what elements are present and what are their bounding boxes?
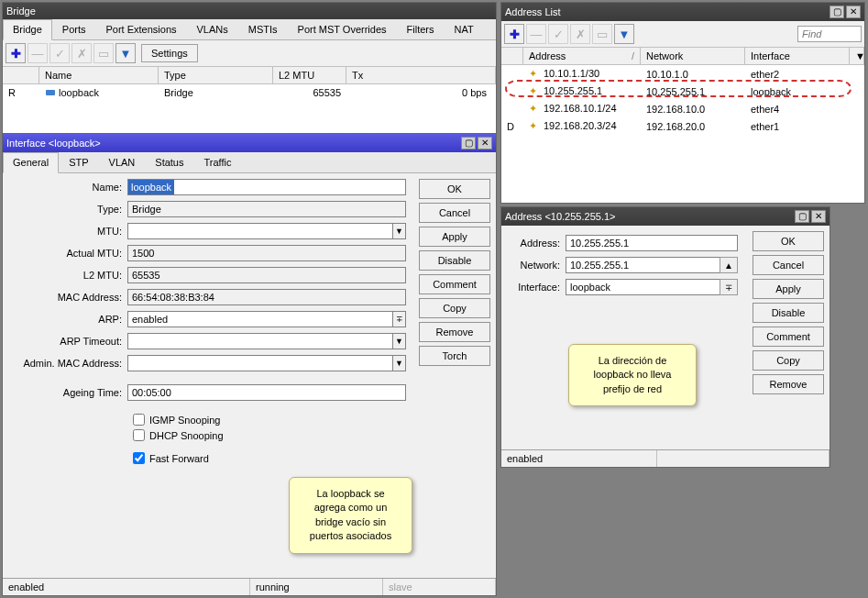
tab-port-extensions[interactable]: Port Extensions: [95, 19, 186, 39]
tag-icon: ✦: [529, 120, 544, 132]
tab-nat[interactable]: NAT: [445, 19, 484, 39]
col-flag[interactable]: [501, 48, 523, 64]
label-l2mtu: L2 MTU:: [10, 270, 127, 281]
tab-port-mst[interactable]: Port MST Overrides: [288, 19, 397, 39]
interface-title: Interface <loopback>: [6, 138, 461, 149]
dhcp-checkbox[interactable]: [133, 429, 145, 441]
tab-vlans[interactable]: VLANs: [187, 19, 238, 39]
table-row[interactable]: ✦10.255.255.1 10.255.255.1 loopback: [501, 83, 864, 100]
col-menu[interactable]: ▼: [850, 48, 864, 64]
settings-button[interactable]: Settings: [141, 44, 198, 62]
label-amtu: Actual MTU:: [10, 248, 127, 259]
adminmac-field[interactable]: [127, 355, 393, 371]
addr-buttons: OK Cancel Apply Disable Comment Copy Rem…: [747, 226, 830, 449]
table-row[interactable]: R loopback Bridge 65535 0 bps: [3, 84, 496, 101]
tab-general[interactable]: General: [3, 152, 59, 173]
apply-button[interactable]: Apply: [753, 279, 824, 299]
tab-mstis[interactable]: MSTIs: [238, 19, 288, 39]
ok-button[interactable]: OK: [419, 179, 490, 199]
remove-button[interactable]: Remove: [419, 322, 490, 342]
add-icon[interactable]: ✚: [504, 24, 524, 44]
remove-button[interactable]: Remove: [753, 374, 824, 394]
col-address[interactable]: Address/: [523, 48, 641, 64]
col-interface[interactable]: Interface: [745, 48, 850, 64]
bridge-titlebar[interactable]: Bridge: [3, 3, 496, 19]
up-icon[interactable]: ▲: [720, 257, 738, 273]
dropdown-icon[interactable]: ▼: [393, 333, 406, 349]
col-tx[interactable]: Tx: [346, 67, 496, 83]
disable-icon[interactable]: ✗: [71, 43, 92, 63]
interface-buttons: OK Cancel Apply Disable Comment Copy Rem…: [413, 173, 496, 578]
cancel-button[interactable]: Cancel: [419, 203, 490, 223]
tag-icon: ✦: [529, 68, 544, 80]
table-row[interactable]: ✦192.168.10.1/24 192.168.10.0 ether4: [501, 100, 864, 117]
label-net: Network:: [511, 260, 566, 271]
table-row[interactable]: D ✦192.168.20.3/24 192.168.20.0 ether1: [501, 117, 864, 135]
apply-button[interactable]: Apply: [419, 227, 490, 247]
minimize-icon[interactable]: ▢: [461, 137, 476, 150]
status-enabled: enabled: [3, 579, 250, 595]
ff-checkbox[interactable]: [133, 452, 145, 464]
igmp-checkbox[interactable]: [133, 414, 145, 426]
table-row[interactable]: ✦10.10.1.1/30 10.10.1.0 ether2: [501, 65, 864, 83]
comment-icon[interactable]: ▭: [592, 24, 612, 44]
tab-traffic[interactable]: Traffic: [193, 152, 241, 172]
dropdown-icon[interactable]: ∓: [720, 279, 738, 295]
comment-button[interactable]: Comment: [419, 274, 490, 294]
cancel-button[interactable]: Cancel: [753, 255, 824, 275]
label-if: Interface:: [511, 282, 566, 293]
minimize-icon[interactable]: ▢: [830, 6, 844, 18]
find-input[interactable]: [797, 26, 862, 42]
close-icon[interactable]: ✕: [811, 210, 826, 223]
addrlist-titlebar[interactable]: Address List ▢ ✕: [501, 3, 864, 21]
col-l2mtu[interactable]: L2 MTU: [273, 67, 346, 83]
col-flag[interactable]: [3, 67, 39, 83]
name-field[interactable]: loopback: [127, 179, 406, 195]
dropdown-icon[interactable]: ▼: [393, 355, 406, 371]
network-field[interactable]: 10.255.255.1: [566, 257, 720, 273]
filter-icon[interactable]: ▼: [614, 24, 634, 44]
minimize-icon[interactable]: ▢: [795, 210, 809, 223]
tab-status[interactable]: Status: [145, 152, 193, 172]
tab-ports[interactable]: Ports: [52, 19, 96, 39]
addr-titlebar[interactable]: Address <10.255.255.1> ▢ ✕: [501, 207, 830, 226]
disable-button[interactable]: Disable: [753, 303, 824, 323]
svg-rect-0: [46, 90, 55, 95]
col-name[interactable]: Name: [39, 67, 159, 83]
tab-vlan[interactable]: VLAN: [99, 152, 146, 172]
arp-field[interactable]: enabled: [127, 311, 393, 327]
arpto-field[interactable]: [127, 333, 393, 349]
col-type[interactable]: Type: [159, 67, 273, 83]
remove-icon[interactable]: —: [27, 43, 48, 63]
close-icon[interactable]: ✕: [478, 137, 492, 150]
interface-field[interactable]: loopback: [566, 279, 720, 295]
annotation-note: La dirección de loopback no lleva prefij…: [568, 344, 697, 406]
disable-icon[interactable]: ✗: [570, 24, 590, 44]
torch-button[interactable]: Torch: [419, 346, 490, 366]
label-mtu: MTU:: [10, 226, 127, 237]
tab-filters[interactable]: Filters: [397, 19, 445, 39]
comment-icon[interactable]: ▭: [93, 43, 114, 63]
filter-icon[interactable]: ▼: [115, 43, 136, 63]
copy-button[interactable]: Copy: [753, 350, 824, 371]
enable-icon[interactable]: ✓: [548, 24, 568, 44]
add-icon[interactable]: ✚: [5, 43, 26, 63]
close-icon[interactable]: ✕: [846, 6, 861, 18]
tab-bridge[interactable]: Bridge: [3, 19, 52, 40]
address-field[interactable]: 10.255.255.1: [566, 235, 738, 251]
status-enabled: enabled: [501, 450, 657, 467]
ok-button[interactable]: OK: [753, 231, 824, 251]
ageing-field[interactable]: 00:05:00: [127, 384, 406, 401]
col-network[interactable]: Network: [641, 48, 745, 64]
comment-button[interactable]: Comment: [753, 327, 824, 347]
copy-button[interactable]: Copy: [419, 298, 490, 318]
remove-icon[interactable]: —: [526, 24, 546, 44]
mtu-field[interactable]: [127, 223, 393, 239]
dropdown-icon[interactable]: ▼: [393, 223, 406, 239]
row-type: Bridge: [159, 86, 273, 99]
disable-button[interactable]: Disable: [419, 250, 490, 271]
tab-stp[interactable]: STP: [59, 152, 98, 172]
interface-titlebar[interactable]: Interface <loopback> ▢ ✕: [3, 134, 496, 152]
dropdown-icon[interactable]: ∓: [393, 311, 406, 327]
enable-icon[interactable]: ✓: [49, 43, 70, 63]
